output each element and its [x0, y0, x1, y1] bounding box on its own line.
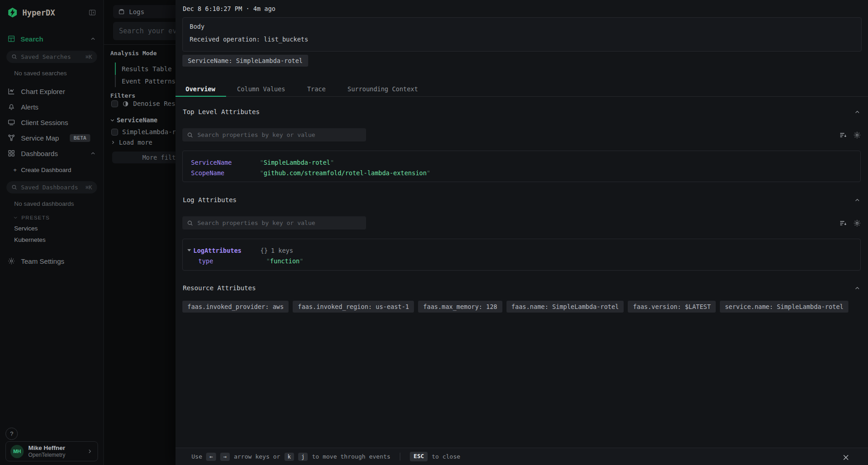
resource-chip[interactable]: faas.name: SimpleLambda-rotel — [506, 301, 624, 313]
logo-row: HyperDX — [0, 0, 103, 18]
attribute-value[interactable]: SimpleLambda-rotel — [260, 159, 334, 166]
arrow-right-key: → — [220, 453, 230, 461]
denoise-checkbox[interactable] — [111, 100, 118, 107]
sidebar-item-client-sessions[interactable]: Client Sessions — [0, 115, 103, 130]
sidebar-item-team-settings[interactable]: Team Settings — [0, 253, 103, 269]
property-search-box[interactable] — [182, 216, 366, 230]
resource-chip[interactable]: faas.invoked_provider: aws — [182, 301, 289, 313]
tab-overview[interactable]: Overview — [176, 81, 226, 96]
tab-trace[interactable]: Trace — [296, 81, 337, 96]
load-more-button[interactable]: Load more — [110, 139, 152, 146]
section-resource-attributes: Resource Attributes — [183, 284, 861, 292]
event-timestamp: Dec 8 6:10:27 PM · 4m ago — [183, 5, 275, 12]
user-name: Mike Heffner — [28, 444, 65, 452]
body-label: Body — [190, 23, 854, 30]
sidebar-item-service-map[interactable]: Service Map BETA — [0, 130, 103, 146]
create-dashboard-label: Create Dashboard — [21, 167, 71, 173]
attribute-row: ScopeName github.com/streamfold/rotel-la… — [183, 167, 860, 178]
mode-results-table[interactable]: Results Table — [115, 63, 176, 75]
resource-chip[interactable]: service.name: SimpleLambda-rotel — [720, 301, 848, 313]
chevron-up-icon[interactable] — [854, 285, 861, 292]
user-card[interactable]: MH Mike Heffner OpenTelemetry — [5, 441, 98, 461]
contrast-icon — [122, 100, 129, 107]
chevron-down-icon — [13, 215, 18, 220]
bell-icon — [7, 103, 16, 111]
tab-surrounding-context[interactable]: Surrounding Context — [336, 81, 429, 96]
tab-column-values[interactable]: Column Values — [226, 81, 296, 96]
filter-lines-icon[interactable] — [839, 131, 847, 139]
property-search-input[interactable] — [197, 131, 362, 138]
analysis-mode-heading: Analysis Mode — [110, 50, 157, 57]
search-icon — [11, 54, 17, 60]
keys-count: 1 keys — [271, 247, 293, 254]
saved-searches-input[interactable] — [21, 53, 82, 60]
chevron-right-icon — [87, 448, 93, 455]
attribute-value[interactable]: github.com/streamfold/rotel-lambda-exten… — [260, 169, 430, 177]
service-name-tag[interactable]: ServiceName: SimpleLambda-rotel — [182, 55, 308, 67]
gear-icon[interactable] — [853, 219, 861, 227]
sidebar-item-chart-explorer[interactable]: Chart Explorer — [0, 84, 103, 99]
servicename-filter-group[interactable]: ServiceName — [109, 116, 157, 124]
top-level-attributes-table: ServiceName SimpleLambda-rotel ScopeName… — [182, 151, 861, 182]
sidebar-item-label: Client Sessions — [21, 119, 68, 126]
attribute-row: type function — [183, 256, 860, 266]
sidebar-item-label: Search — [21, 35, 43, 43]
sidebar-collapse-icon[interactable] — [88, 9, 96, 16]
help-button[interactable]: ? — [5, 428, 18, 440]
resource-chip[interactable]: faas.version: $LATEST — [628, 301, 716, 313]
triangle-down-icon[interactable] — [187, 249, 191, 251]
saved-dashboards-search[interactable]: ⌘K — [6, 181, 97, 193]
sidebar-item-dashboards[interactable]: Dashboards — [0, 146, 103, 161]
hyperdx-logo-icon — [7, 7, 18, 18]
servicename-checkbox[interactable] — [111, 129, 118, 136]
sidebar-item-search[interactable]: Search — [0, 35, 103, 43]
top-level-search-row — [182, 128, 861, 141]
event-body-box: Body Received operation: list_buckets — [182, 17, 862, 52]
user-org: OpenTelemetry — [28, 452, 65, 458]
chevron-up-icon[interactable] — [854, 197, 861, 204]
resource-chip[interactable]: faas.invoked_region: us-east-1 — [293, 301, 414, 313]
section-title: Resource Attributes — [183, 284, 256, 292]
chevron-up-icon[interactable] — [854, 109, 861, 115]
filter-lines-icon[interactable] — [839, 219, 847, 227]
footer-text: arrow keys or — [234, 453, 280, 460]
close-icon[interactable] — [842, 454, 850, 461]
sidebar-item-alerts[interactable]: Alerts — [0, 99, 103, 115]
preset-kubernetes[interactable]: Kubernetes — [0, 232, 103, 243]
sidebar-item-label: Chart Explorer — [21, 88, 65, 95]
saved-dashboards-input[interactable] — [21, 184, 82, 191]
property-search-input[interactable] — [197, 219, 362, 226]
saved-searches-search[interactable]: ⌘K — [6, 51, 97, 63]
resource-chip[interactable]: faas.max_memory: 128 — [418, 301, 502, 313]
gear-icon — [7, 257, 16, 265]
analysis-mode-list: Results Table Event Patterns — [115, 63, 176, 87]
attribute-key[interactable]: ScopeName — [191, 169, 260, 177]
attribute-key[interactable]: type — [198, 257, 266, 265]
search-icon — [187, 132, 193, 138]
event-detail-panel: Dec 8 6:10:27 PM · 4m ago Body Received … — [176, 0, 868, 465]
property-search-box[interactable] — [182, 128, 366, 141]
beta-badge: BETA — [70, 134, 90, 142]
attribute-value[interactable]: function — [266, 257, 303, 265]
no-saved-searches-note: No saved searches — [0, 63, 103, 77]
sidebar-nav: Chart Explorer Alerts Client Sessions Se… — [0, 84, 103, 161]
app-title: HyperDX — [22, 8, 55, 17]
attribute-key[interactable]: ServiceName — [191, 159, 260, 166]
filters-heading: Filters — [110, 92, 135, 99]
presets-toggle[interactable]: PRESETS — [0, 207, 103, 220]
gear-icon[interactable] — [853, 131, 861, 139]
grid-icon — [7, 149, 16, 157]
chevron-down-icon — [109, 117, 115, 123]
tree-root-key[interactable]: LogAttributes — [193, 247, 260, 254]
presets-label: PRESETS — [21, 215, 50, 220]
create-dashboard-button[interactable]: + Create Dashboard — [0, 161, 103, 173]
logs-source-icon — [118, 8, 125, 15]
detail-tabs: Overview Column Values Trace Surrounding… — [176, 81, 868, 97]
body-value: Received operation: list_buckets — [190, 36, 854, 43]
chevron-up-icon[interactable] — [90, 150, 96, 157]
preset-services[interactable]: Services — [0, 220, 103, 232]
section-title: Top Level Attributes — [183, 108, 260, 115]
mode-event-patterns[interactable]: Event Patterns — [115, 75, 176, 87]
chevron-up-icon[interactable] — [90, 36, 96, 42]
footer-text: Use — [191, 453, 202, 460]
